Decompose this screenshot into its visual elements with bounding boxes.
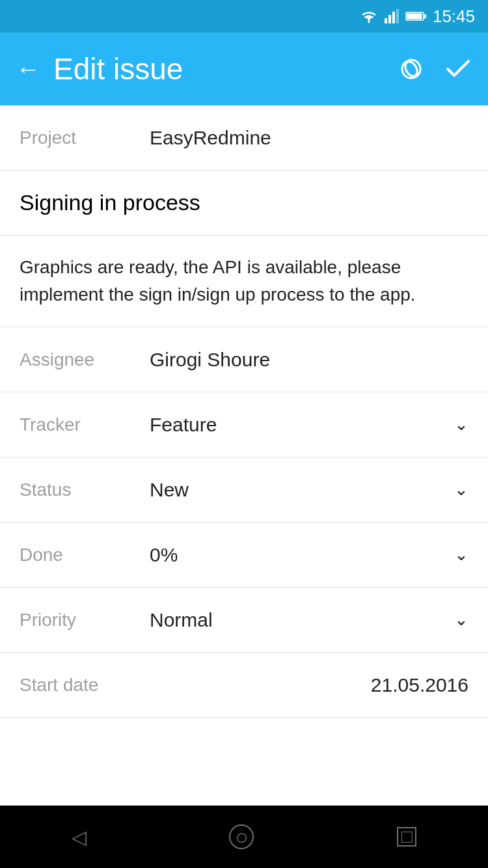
page-title: Edit issue (53, 51, 183, 87)
done-label: Done (20, 545, 150, 565)
back-button[interactable]: ← (16, 57, 40, 81)
status-label: Status (20, 480, 150, 500)
status-icons: 15:45 (360, 7, 475, 27)
tracker-row[interactable]: Tracker Feature ⌄ (0, 392, 488, 457)
start-date-label: Start date (20, 675, 150, 696)
priority-row[interactable]: Priority Normal ⌄ (0, 588, 488, 653)
app-bar: ← Edit issue (0, 33, 488, 105)
nav-back-button[interactable]: ◁ (72, 826, 87, 848)
project-row: Project EasyRedmine (0, 105, 488, 170)
status-row[interactable]: Status New ⌄ (0, 457, 488, 522)
done-row[interactable]: Done 0% ⌄ (0, 522, 488, 588)
start-date-row[interactable]: Start date 21.05.2016 (0, 653, 488, 718)
assignee-label: Assignee (20, 349, 150, 370)
project-label: Project (20, 128, 150, 148)
done-value: 0% (150, 544, 454, 566)
assignee-value[interactable]: Girogi Shoure (150, 349, 468, 371)
description-value[interactable]: Graphics are ready, the API is available… (20, 254, 468, 308)
signal-icon (385, 9, 399, 23)
status-chevron-icon[interactable]: ⌄ (454, 480, 468, 500)
bottom-nav: ◁ ○ □ (0, 806, 488, 868)
svg-rect-2 (388, 15, 391, 23)
description-row[interactable]: Graphics are ready, the API is available… (0, 236, 488, 327)
svg-rect-6 (424, 14, 426, 18)
issue-name-value[interactable]: Signing in process (20, 190, 468, 215)
issue-name-row[interactable]: Signing in process (0, 170, 488, 236)
app-bar-left: ← Edit issue (16, 51, 183, 87)
tracker-value: Feature (150, 414, 454, 436)
attach-icon[interactable] (398, 56, 424, 82)
content-area: Project EasyRedmine Signing in process G… (0, 105, 488, 806)
priority-chevron-icon[interactable]: ⌄ (454, 610, 468, 630)
svg-rect-3 (392, 12, 395, 23)
nav-home-button[interactable]: ○ (229, 824, 254, 849)
nav-recent-button[interactable]: □ (397, 827, 416, 847)
check-icon[interactable] (444, 55, 472, 83)
tracker-label: Tracker (20, 414, 150, 435)
assignee-row: Assignee Girogi Shoure (0, 327, 488, 392)
app-bar-actions (398, 55, 472, 83)
done-chevron-icon[interactable]: ⌄ (454, 545, 468, 565)
wifi-icon (360, 9, 378, 23)
tracker-chevron-icon[interactable]: ⌄ (454, 414, 468, 435)
status-value: New (150, 479, 454, 501)
svg-rect-1 (385, 18, 387, 23)
start-date-value[interactable]: 21.05.2016 (150, 674, 468, 696)
project-value[interactable]: EasyRedmine (150, 127, 468, 149)
status-bar: 15:45 (0, 0, 488, 33)
priority-value: Normal (150, 609, 454, 631)
status-time: 15:45 (433, 7, 475, 27)
priority-label: Priority (20, 610, 150, 631)
battery-icon (405, 11, 426, 21)
svg-rect-4 (396, 9, 399, 23)
svg-rect-7 (406, 14, 422, 20)
